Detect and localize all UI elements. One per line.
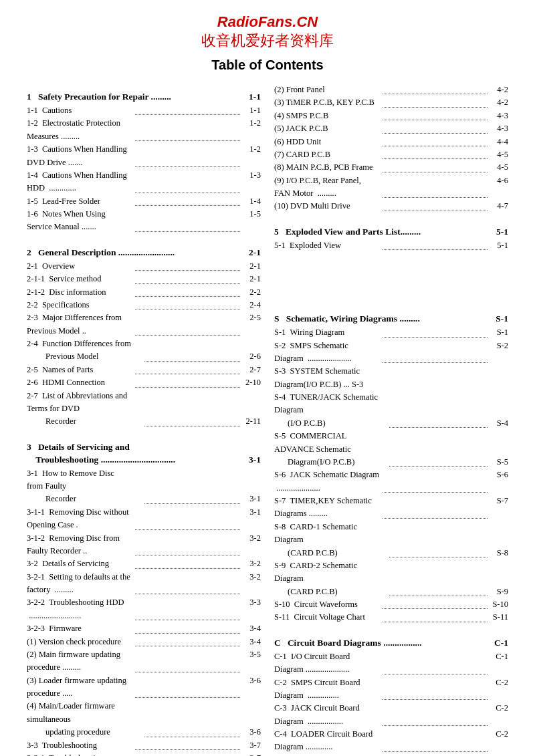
toc-left: 1 Safety Precaution for Repair .........…	[27, 84, 261, 756]
toc-entry: updating procedure3-6	[27, 726, 261, 739]
section-s-label: S Schematic, Wiring Diagrams .........	[274, 313, 420, 324]
toc-entry: (CARD P.C.B)S-9	[274, 586, 508, 598]
section-3-header: 3 Details of Servicing and	[27, 442, 261, 453]
section-2-label: 2 General Description ..................…	[27, 247, 175, 258]
toc-entry: 2-3 Major Differences from Previous Mode…	[27, 311, 261, 338]
toc-entry: 5-1 Exploded View5-1	[274, 239, 508, 252]
toc-entry: Diagram(I/O P.C.B)S-5	[274, 456, 508, 469]
toc-entry: S-8 CARD-1 Schematic Diagram	[274, 521, 508, 547]
toc-entry: (2) Front Panel4-2	[274, 84, 508, 96]
toc-entry: 3-3 Troubleshooting3-7	[27, 739, 261, 752]
section-2-header: 2 General Description ..................…	[27, 247, 261, 258]
toc-entry: 2-1 Overview2-1	[27, 260, 261, 273]
toc-entry: 1-2 Electrostatic Protection Measures ..…	[27, 117, 261, 143]
toc-entry: 1-4 Cautions When Handling HDD .........…	[27, 169, 261, 195]
toc-entry: (7) CARD P.C.B4-5	[274, 148, 508, 161]
section-c-header: C Circuit Board Diagrams ...............…	[274, 638, 508, 648]
toc-entry: 1-1 Cautions1-1	[27, 104, 261, 117]
toc-entry: 2-5 Names of Parts2-7	[27, 364, 261, 376]
toc-entry: Recorder2-11	[27, 415, 261, 428]
toc-entry: S-11 Circuit Voltage ChartS-11	[274, 611, 508, 624]
section-3b-pg: 3-1	[249, 455, 261, 465]
toc-entry: (4) Main/Loader firmware simultaneous	[27, 700, 261, 726]
toc-entry: S-3 SYSTEM Schematic Diagram(I/O P.C.B) …	[274, 365, 508, 391]
toc-entry: S-5 COMMERCIAL ADVANCE Schematic	[274, 430, 508, 456]
section-5-pg: 5-1	[496, 227, 508, 237]
toc-entry: C-1 I/O Circuit Board Diagram ..........…	[274, 650, 508, 676]
toc-entry: 3-1-2 Removing Disc from Faulty Recorder…	[27, 532, 261, 558]
toc-entry: (6) HDD Unit4-4	[274, 136, 508, 148]
toc-entry: S-1 Wiring DiagramS-1	[274, 326, 508, 339]
toc-entry: (2) Main firmware updating procedure ...…	[27, 648, 261, 674]
section-2-pg: 2-1	[249, 247, 261, 258]
toc-entry: (CARD P.C.B)S-8	[274, 547, 508, 559]
section-c-pg: C-1	[494, 638, 508, 648]
toc-entry: (5) JACK P.C.B4-3	[274, 122, 508, 135]
toc-entry: 3-1 How to Remove Disc from Faulty	[27, 467, 261, 493]
toc-entry: S-6 JACK Schematic Diagram .............…	[274, 469, 508, 495]
section-1-header: 1 Safety Precaution for Repair .........…	[27, 92, 261, 102]
toc-entry: S-2 SMPS Schematic Diagram .............…	[274, 340, 508, 366]
toc-entry: 3-3-1 Troubleshooting electronic system …	[27, 752, 261, 756]
toc-entry: 1-6 Notes When Using Service Manual ....…	[27, 208, 261, 234]
toc-entry: 2-2 Specifications2-4	[27, 299, 261, 311]
section-s-pg: S-1	[496, 313, 508, 324]
toc-entry: (I/O P.C.B)S-4	[274, 417, 508, 430]
toc-entry: (9) I/O P.C.B, Rear Panel, FAN Motor ...…	[274, 174, 508, 201]
toc-title: Table of Contents	[27, 57, 508, 73]
section-1-pg: 1-1	[249, 92, 261, 102]
toc-entry: (3) TiMER P.C.B, KEY P.C.B4-2	[274, 96, 508, 109]
toc-entry: C-3 JACK Circuit Board Diagram .........…	[274, 702, 508, 728]
header: RadioFans.CN 收音机爱好者资料库	[27, 13, 508, 51]
page: RadioFans.CN 收音机爱好者资料库 Table of Contents…	[0, 0, 535, 756]
toc-entry: 3-2-1 Setting to defaults at the factory…	[27, 571, 261, 597]
toc-entry: 3-2-3 Firmware3-4	[27, 622, 261, 635]
site-subtitle: 收音机爱好者资料库	[27, 31, 508, 51]
section-3b-header: Troubleshooting ........................…	[27, 455, 261, 465]
toc-entry: 1-5 Lead-Free Solder1-4	[27, 195, 261, 208]
toc-entry: C-4 LOADER Circuit Board Diagram .......…	[274, 728, 508, 754]
toc-entry: 3-2-2 Troubleshooting HDD ..............…	[27, 596, 261, 622]
toc-entry: Recorder3-1	[27, 493, 261, 505]
toc-entry: 2-1-2 Disc information2-2	[27, 286, 261, 299]
toc-container: 1 Safety Precaution for Repair .........…	[27, 84, 508, 756]
toc-entry: 2-6 HDMI Connection2-10	[27, 376, 261, 389]
toc-entry: 2-7 List of Abbreviations and Terms for …	[27, 390, 261, 416]
section-5-header: 5 Exploded View and Parts List......... …	[274, 227, 508, 237]
toc-entry: 2-1-1 Service method2-1	[27, 273, 261, 285]
section-3b-label: Troubleshooting ........................…	[27, 455, 175, 465]
toc-entry: S-9 CARD-2 Schematic Diagram	[274, 559, 508, 586]
site-name: RadioFans.CN	[27, 13, 508, 31]
toc-entry: (10) DVD Multi Drive4-7	[274, 200, 508, 213]
section-3-label: 3 Details of Servicing and	[27, 442, 130, 453]
toc-right: (2) Front Panel4-2 (3) TiMER P.C.B, KEY …	[274, 84, 508, 756]
section-s-header: S Schematic, Wiring Diagrams ......... S…	[274, 313, 508, 324]
toc-entry: S-10 Circuit WaveformsS-10	[274, 598, 508, 611]
toc-entry: C-2 SMPS Circuit Board Diagram .........…	[274, 676, 508, 703]
toc-entry: Previous Model2-6	[27, 350, 261, 363]
section-5-label: 5 Exploded View and Parts List.........	[274, 227, 421, 237]
toc-entry: 2-4 Function Differences from	[27, 338, 261, 350]
toc-entry: (3) Loader firmware updating procedure .…	[27, 674, 261, 701]
toc-entry: 3-1-1 Removing Disc without Opening Case…	[27, 506, 261, 532]
toc-entry: S-4 TUNER/JACK Schematic Diagram	[274, 391, 508, 417]
toc-entry: 1-3 Cautions When Handling DVD Drive ...…	[27, 143, 261, 169]
section-c-label: C Circuit Board Diagrams ...............…	[274, 638, 422, 648]
toc-entry: (1) Version check procedure3-4	[27, 636, 261, 648]
toc-entry: (4) SMPS P.C.B4-3	[274, 110, 508, 122]
toc-entry: (8) MAIN P.C.B, PCB Frame4-5	[274, 161, 508, 174]
toc-entry: S-7 TIMER,KEY Schematic Diagrams .......…	[274, 495, 508, 521]
toc-entry: 3-2 Details of Servicing3-2	[27, 557, 261, 570]
section-1-label: 1 Safety Precaution for Repair .........	[27, 92, 171, 102]
